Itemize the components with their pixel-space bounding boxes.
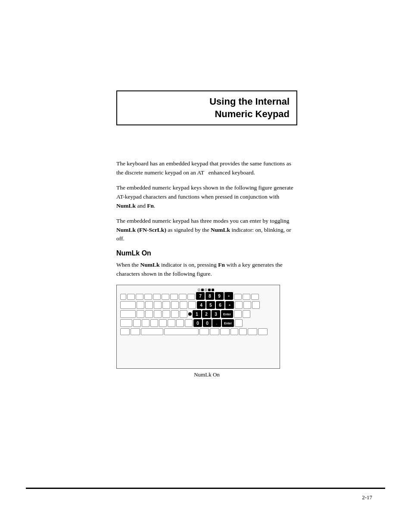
kb-row-1: 7 8 9 + bbox=[120, 292, 276, 300]
paragraph-1: The keyboard has an embedded keypad that… bbox=[116, 159, 297, 177]
paragraph-3: The embedded numeric keypad has three mo… bbox=[116, 217, 297, 244]
kb-row-0 bbox=[120, 288, 276, 291]
title-box: Using the Internal Numeric Keypad bbox=[116, 90, 297, 125]
keyboard-rows: 7 8 9 + bbox=[120, 288, 276, 365]
paragraph-2: The embedded numeric keypad keys shown i… bbox=[116, 184, 297, 211]
kb-row-5 bbox=[120, 328, 276, 335]
kb-row-2: 4 5 6 + bbox=[120, 301, 276, 309]
kb-row-4: 0 0 . Enter bbox=[120, 319, 276, 327]
keyboard-caption: NumLk On bbox=[116, 371, 297, 378]
page-number: 2-17 bbox=[362, 494, 372, 501]
keyboard-diagram: 7 8 9 + bbox=[116, 285, 280, 369]
section-heading: NumLk On bbox=[116, 249, 297, 257]
page-title: Using the Internal Numeric Keypad bbox=[121, 96, 290, 120]
content-area: The keyboard has an embedded keypad that… bbox=[116, 159, 297, 380]
page-container: Using the Internal Numeric Keypad The ke… bbox=[0, 0, 411, 532]
paragraph-4: When the NumLk indicator is on, pressing… bbox=[116, 261, 297, 279]
bottom-rule bbox=[26, 488, 385, 489]
kb-row-3: 1 2 3 Enter bbox=[120, 310, 276, 318]
